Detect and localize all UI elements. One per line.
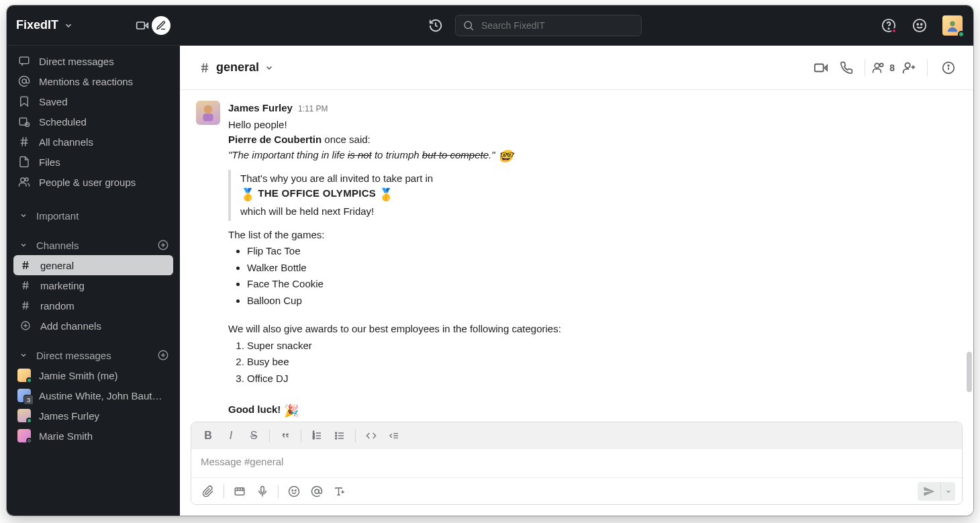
nav-people[interactable]: People & user groups [7, 172, 180, 192]
channel-random[interactable]: random [7, 295, 180, 316]
ordered-list-button[interactable]: 123 [307, 426, 327, 446]
search-input[interactable] [481, 20, 634, 31]
bullet-list-button[interactable] [330, 426, 350, 446]
italic-button[interactable]: I [221, 426, 241, 446]
section-important[interactable]: Important [7, 205, 180, 226]
message-timestamp[interactable]: 1:11 PM [298, 103, 328, 115]
scheduled-icon [17, 115, 31, 128]
nav-label: Saved [39, 96, 68, 107]
message-list[interactable]: James Furley 1:11 PM Hello people! Pierr… [180, 90, 973, 422]
formatting-toggle-button[interactable] [330, 481, 350, 502]
nav-saved[interactable]: Saved [7, 91, 180, 111]
bullet-list: Flip Tac Toe Walker Bottle Face The Cook… [228, 244, 964, 308]
chevron-down-icon [264, 63, 274, 73]
message-author[interactable]: James Furley [228, 101, 293, 116]
send-options-button[interactable] [940, 482, 955, 501]
svg-point-3 [22, 79, 26, 83]
dm-austine-group[interactable]: Austine White, John Baut… [7, 385, 180, 406]
audio-call-button[interactable] [835, 56, 858, 79]
add-channel-icon[interactable] [157, 239, 169, 251]
svg-point-38 [336, 432, 337, 434]
add-channels[interactable]: Add channels [7, 316, 180, 336]
video-call-button[interactable] [810, 56, 832, 79]
blockquote: That's why you are all invited to take p… [228, 170, 964, 221]
section-dms[interactable]: Direct messages [7, 345, 180, 365]
channel-label: Add channels [40, 320, 101, 332]
main-pane: general 8 James Furley [180, 5, 973, 516]
chat-icon [17, 54, 31, 68]
emoji-button[interactable] [284, 481, 304, 502]
nav-label: Files [39, 156, 60, 168]
strikethrough-button[interactable]: S [244, 426, 264, 446]
send-button[interactable] [918, 482, 940, 501]
workspace-switcher[interactable]: FixedIT [7, 5, 180, 46]
help-button[interactable] [879, 16, 898, 35]
chevron-down-icon [64, 21, 73, 30]
video-clip-button[interactable] [230, 481, 250, 502]
nerd-face-emoji-icon: 🤓 [498, 148, 513, 166]
dm-marie[interactable]: Marie Smith [7, 426, 180, 446]
svg-point-39 [336, 435, 337, 436]
dm-jamie[interactable]: Jamie Smith (me) [7, 365, 180, 385]
nav-mentions[interactable]: Mentions & reactions [7, 71, 180, 91]
history-button[interactable] [428, 18, 443, 33]
emoji-status-button[interactable] [910, 16, 929, 35]
section-channels[interactable]: Channels [7, 235, 180, 255]
nav-scheduled[interactable]: Scheduled [7, 111, 180, 132]
channel-marketing[interactable]: marketing [7, 275, 180, 295]
svg-rect-19 [815, 64, 824, 71]
channel-title-button[interactable]: general [199, 60, 274, 75]
add-dm-icon[interactable] [157, 349, 169, 361]
plus-circle-icon [19, 319, 32, 332]
sidebar: FixedIT Direct messages Mentions & react… [7, 5, 180, 516]
nav-all-channels[interactable]: All channels [7, 132, 180, 152]
composer-input[interactable] [201, 456, 952, 467]
channel-general[interactable]: general [13, 255, 173, 275]
search-box[interactable] [455, 15, 642, 36]
svg-line-12 [471, 28, 473, 30]
notification-dot-icon [891, 28, 897, 34]
svg-point-22 [880, 63, 883, 66]
avatar[interactable] [196, 101, 220, 125]
dm-james[interactable]: James Furley [7, 406, 180, 426]
mention-button[interactable] [307, 481, 327, 502]
nav-direct-messages[interactable]: Direct messages [7, 51, 180, 71]
member-count-button[interactable]: 8 [872, 61, 895, 75]
list-item: Office DJ [247, 371, 964, 387]
people-icon [872, 61, 885, 75]
blockquote-button[interactable] [275, 426, 295, 446]
scrollbar-thumb[interactable] [967, 352, 972, 392]
list-item: Flip Tac Toe [247, 244, 964, 259]
channel-label: marketing [40, 280, 85, 291]
list-item: Super snacker [247, 338, 964, 354]
workspace-name: FixedIT [16, 18, 58, 32]
compose-button[interactable] [152, 16, 170, 35]
message-composer: B I S 123 [191, 422, 963, 505]
add-people-button[interactable] [897, 56, 920, 79]
list-item: Face The Cookie [247, 277, 964, 292]
section-label: Important [36, 210, 79, 222]
code-block-button[interactable] [384, 426, 404, 446]
audio-clip-button[interactable] [252, 481, 273, 502]
hash-icon [19, 279, 32, 292]
new-huddle-button[interactable] [133, 16, 152, 35]
list-item: Walker Bottle [247, 260, 964, 276]
channel-details-button[interactable] [937, 56, 960, 79]
attach-button[interactable] [198, 481, 218, 502]
message-text: The list of the games: [228, 228, 964, 243]
svg-point-52 [292, 489, 293, 491]
bold-button[interactable]: B [198, 426, 218, 446]
hash-icon [19, 258, 32, 272]
presence-dot-icon [958, 31, 965, 38]
svg-point-15 [914, 19, 926, 32]
code-button[interactable] [361, 426, 381, 446]
svg-point-27 [204, 105, 213, 114]
svg-point-16 [917, 23, 918, 25]
svg-point-26 [948, 64, 949, 66]
nav-label: People & user groups [39, 177, 136, 188]
nav-files[interactable]: Files [7, 152, 180, 172]
message-text: Good luck! 🎉 [228, 402, 964, 420]
party-popper-emoji-icon: 🎉 [284, 402, 299, 420]
user-avatar[interactable] [942, 15, 963, 36]
svg-point-23 [905, 62, 910, 67]
